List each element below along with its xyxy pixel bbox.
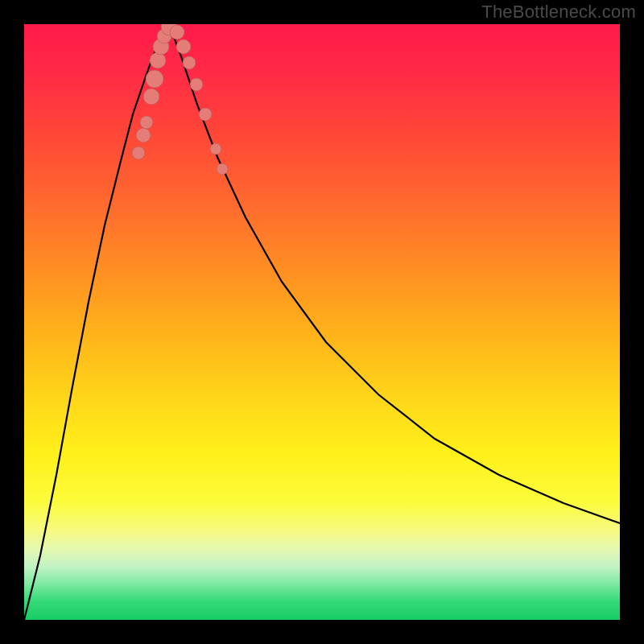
data-marker xyxy=(132,147,145,159)
data-marker xyxy=(190,78,203,91)
data-markers xyxy=(132,24,228,175)
data-marker xyxy=(143,89,159,105)
data-marker xyxy=(210,143,221,155)
data-marker xyxy=(176,39,191,54)
plot-area xyxy=(24,24,620,620)
data-marker xyxy=(199,108,212,121)
data-marker xyxy=(146,70,163,88)
data-marker xyxy=(217,163,228,175)
chart-frame: TheBottleneck.com xyxy=(0,0,644,644)
data-marker xyxy=(136,128,151,142)
data-marker xyxy=(183,56,196,69)
data-marker xyxy=(140,116,153,129)
data-marker xyxy=(150,52,166,68)
left-branch-curve xyxy=(24,24,169,620)
right-branch-curve xyxy=(169,24,620,523)
curve-layer xyxy=(24,24,620,620)
data-marker xyxy=(170,25,184,39)
watermark-text: TheBottleneck.com xyxy=(481,2,636,23)
